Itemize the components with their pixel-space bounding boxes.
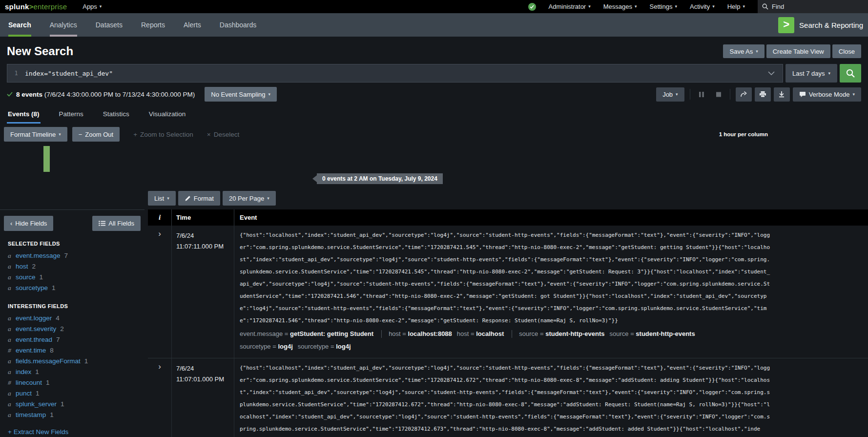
find-search-box[interactable]	[758, 0, 868, 13]
field-item-index[interactable]: aindex1	[4, 367, 141, 377]
zoom-to-selection-button[interactable]: +Zoom to Selection	[133, 131, 193, 138]
field-item-event.severity[interactable]: aevent.severity2	[4, 324, 141, 334]
x-icon: ×	[207, 131, 211, 138]
share-job-button[interactable]	[736, 87, 752, 102]
list-view-button[interactable]: List▾	[148, 191, 176, 206]
field-item-event.time[interactable]: #event.time8	[4, 345, 141, 356]
field-count: 4	[56, 314, 60, 322]
stop-icon[interactable]	[716, 91, 722, 98]
field-item-fields.messageFormat[interactable]: afields.messageFormat1	[4, 356, 141, 367]
app-nav-bar: Search Analytics Datasets Reports Alerts…	[0, 13, 868, 37]
nav-tab-datasets[interactable]: Datasets	[96, 13, 123, 37]
deselect-button[interactable]: ×Deselect	[207, 131, 239, 138]
hide-fields-button[interactable]: ‹Hide Fields	[4, 216, 53, 231]
field-item-source[interactable]: asource1	[4, 272, 141, 283]
event-raw-text[interactable]: {"host":"localhost","index":"student_api…	[240, 362, 773, 437]
table-row: ›7/6/2411:07:01.000 PM{"host":"localhost…	[148, 358, 868, 437]
event-cell: {"host":"localhost","index":"student_api…	[234, 226, 868, 358]
search-query-text[interactable]: index="student_api_dev"	[25, 70, 113, 77]
field-key: sourcetype =	[240, 343, 278, 350]
field-item-event.message[interactable]: aevent.message7	[4, 250, 141, 261]
job-menu-button[interactable]: Job▾	[656, 87, 684, 102]
field-item-timestamp[interactable]: atimestamp1	[4, 410, 141, 420]
field-item-linecount[interactable]: #linecount1	[4, 377, 141, 388]
format-timeline-button[interactable]: Format Timeline▾	[4, 127, 67, 142]
nav-tab-analytics[interactable]: Analytics	[50, 13, 77, 37]
menu-administrator[interactable]: Administrator▾	[549, 3, 591, 10]
field-value[interactable]: student-http-events	[545, 330, 604, 337]
results-display-controls: List▾ Format 20 Per Page▾	[148, 191, 868, 209]
divider	[690, 89, 690, 100]
menu-messages[interactable]: Messages▾	[603, 3, 637, 10]
splunk-search-app: splunk>enterprise Apps▾ Administrator▾ M…	[0, 0, 868, 437]
save-as-button[interactable]: Save As▾	[723, 44, 764, 58]
nav-tab-reports[interactable]: Reports	[141, 13, 165, 37]
field-item-event.logger[interactable]: aevent.logger4	[4, 313, 141, 324]
event-time-cell: 7/6/2411:07:11.000 PM	[171, 226, 234, 358]
nav-tab-search[interactable]: Search	[8, 13, 31, 37]
event-cell: {"host":"localhost","index":"student_api…	[234, 358, 868, 437]
splunk-logo[interactable]: splunk>enterprise	[5, 2, 67, 11]
tab-visualization[interactable]: Visualization	[148, 105, 187, 124]
field-key: source =	[610, 330, 636, 337]
page-title: New Search	[7, 44, 73, 58]
field-type-icon: a	[8, 336, 16, 344]
editor-expand-chevron-icon[interactable]	[760, 71, 783, 75]
current-app-badge[interactable]: > Search & Reporting	[778, 13, 868, 37]
field-value[interactable]: log4j	[278, 343, 292, 350]
format-results-button[interactable]: Format	[178, 191, 220, 206]
field-type-icon: a	[8, 263, 16, 271]
per-page-button[interactable]: 20 Per Page▾	[223, 191, 276, 206]
pause-icon[interactable]	[699, 91, 704, 98]
field-count: 7	[56, 336, 60, 343]
field-item-event.thread[interactable]: aevent.thread7	[4, 334, 141, 345]
apps-menu[interactable]: Apps▾	[83, 3, 102, 10]
chevron-left-icon: ‹	[10, 220, 12, 227]
search-reporting-app-icon: >	[778, 17, 794, 33]
search-query-editor[interactable]: 1 index="student_api_dev"	[7, 64, 783, 83]
field-type-icon: a	[8, 411, 16, 419]
caret-down-icon: ▾	[167, 196, 169, 201]
field-value[interactable]: getStudent: getting Student	[290, 330, 373, 337]
event-raw-text[interactable]: {"host":"localhost","index":"student_api…	[240, 229, 773, 327]
run-search-button[interactable]	[840, 64, 861, 83]
events-panel: List▾ Format 20 Per Page▾ i Time Event ›…	[148, 191, 868, 437]
export-download-button[interactable]	[774, 87, 790, 102]
zoom-out-button[interactable]: −Zoom Out	[72, 127, 120, 142]
menu-activity[interactable]: Activity▾	[690, 3, 715, 10]
health-check-icon[interactable]	[528, 3, 536, 11]
timeline-chart[interactable]: 0 events at 2 AM on Tuesday, July 9, 202…	[0, 142, 868, 188]
field-item-host[interactable]: ahost2	[4, 261, 141, 272]
all-fields-button[interactable]: All Fields	[92, 216, 141, 231]
tab-events[interactable]: Events (8)	[7, 105, 41, 124]
expand-event-chevron-icon[interactable]: ›	[158, 229, 161, 238]
event-sampling-button[interactable]: No Event Sampling▾	[205, 87, 277, 102]
field-item-punct[interactable]: apunct1	[4, 388, 141, 399]
time-range-picker[interactable]: Last 7 days▾	[785, 64, 837, 83]
tab-patterns[interactable]: Patterns	[58, 105, 84, 124]
event-timestamp: 11:07:01.000 PM	[176, 374, 234, 385]
menu-settings[interactable]: Settings▾	[650, 3, 678, 10]
close-button[interactable]: Close	[832, 44, 861, 58]
field-value[interactable]: log4j	[336, 343, 351, 350]
nav-tab-alerts[interactable]: Alerts	[184, 13, 201, 37]
field-value[interactable]: student-http-events	[636, 330, 695, 337]
extract-new-fields-link[interactable]: + Extract New Fields	[8, 428, 141, 436]
field-count: 1	[40, 273, 43, 281]
field-value[interactable]: localhost:8088	[408, 330, 452, 337]
field-value[interactable]: localhost	[476, 330, 504, 337]
divider	[381, 330, 382, 338]
expand-event-chevron-icon[interactable]: ›	[158, 362, 161, 371]
nav-tab-dashboards[interactable]: Dashboards	[220, 13, 257, 37]
field-item-sourcetype[interactable]: asourcetype1	[4, 283, 141, 293]
create-table-view-button[interactable]: Create Table View	[766, 44, 830, 58]
print-job-button[interactable]	[755, 87, 771, 102]
job-done-check-icon	[7, 92, 13, 97]
tab-statistics[interactable]: Statistics	[102, 105, 130, 124]
menu-help[interactable]: Help▾	[727, 3, 745, 10]
timeline-event-bar[interactable]	[43, 146, 50, 172]
field-item-splunk_server[interactable]: asplunk_server1	[4, 399, 141, 410]
find-input[interactable]	[772, 3, 850, 10]
search-mode-button[interactable]: Verbose Mode▾	[793, 87, 861, 102]
event-count-status: 8 events (7/6/24 4:30:00.000 PM to 7/13/…	[16, 91, 195, 98]
